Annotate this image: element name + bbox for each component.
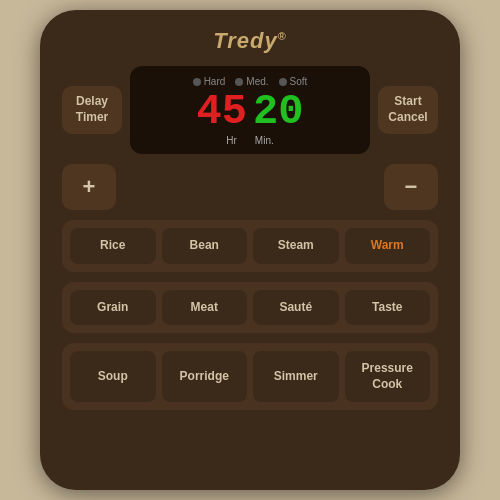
med-label: Med. (246, 76, 268, 87)
porridge-button[interactable]: Porridge (162, 351, 248, 402)
min-label: Min. (255, 135, 274, 146)
start-cancel-button[interactable]: StartCancel (378, 86, 438, 133)
button-row-1: Rice Bean Steam Warm (62, 220, 438, 272)
button-row-3: Soup Porridge Simmer PressureCook (62, 343, 438, 410)
hardness-soft: Soft (279, 76, 308, 87)
warm-button[interactable]: Warm (345, 228, 431, 264)
button-row-2: Grain Meat Sauté Taste (62, 282, 438, 334)
top-controls-row: DelayTimer Hard Med. Soft 45 20 (62, 66, 438, 154)
hardness-hard: Hard (193, 76, 226, 87)
med-dot (235, 78, 243, 86)
plus-button[interactable]: + (62, 164, 116, 210)
hardness-med: Med. (235, 76, 268, 87)
minutes-display: 20 (253, 91, 303, 133)
saute-button[interactable]: Sauté (253, 290, 339, 326)
minus-button[interactable]: − (384, 164, 438, 210)
rice-button[interactable]: Rice (70, 228, 156, 264)
hard-dot (193, 78, 201, 86)
taste-button[interactable]: Taste (345, 290, 431, 326)
hardness-row: Hard Med. Soft (193, 76, 308, 87)
simmer-button[interactable]: Simmer (253, 351, 339, 402)
bean-button[interactable]: Bean (162, 228, 248, 264)
steam-button[interactable]: Steam (253, 228, 339, 264)
soft-dot (279, 78, 287, 86)
plus-minus-row: + − (62, 164, 438, 210)
hours-display: 45 (197, 91, 247, 133)
time-display: 45 20 (197, 91, 304, 133)
brand-logo: Tredy® (213, 28, 287, 54)
device-panel: Tredy® DelayTimer Hard Med. Soft 45 (40, 10, 460, 490)
time-labels: Hr Min. (226, 135, 273, 146)
hr-label: Hr (226, 135, 237, 146)
brand-name: Tredy (213, 28, 278, 53)
display-panel: Hard Med. Soft 45 20 Hr Min. (130, 66, 370, 154)
soft-label: Soft (290, 76, 308, 87)
delay-timer-button[interactable]: DelayTimer (62, 86, 122, 133)
soup-button[interactable]: Soup (70, 351, 156, 402)
hard-label: Hard (204, 76, 226, 87)
grain-button[interactable]: Grain (70, 290, 156, 326)
meat-button[interactable]: Meat (162, 290, 248, 326)
pressure-cook-button[interactable]: PressureCook (345, 351, 431, 402)
brand-trademark: ® (278, 30, 287, 42)
